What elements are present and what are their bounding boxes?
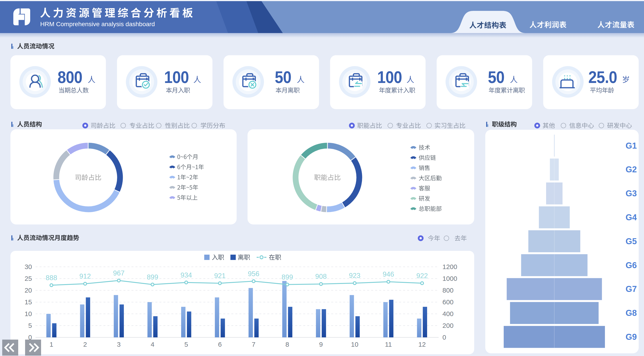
svg-text:934: 934: [180, 271, 192, 279]
svg-text:967: 967: [113, 269, 124, 277]
svg-text:1200: 1200: [442, 263, 457, 270]
svg-text:921: 921: [214, 272, 226, 280]
svg-text:15: 15: [25, 298, 32, 306]
svg-text:922: 922: [416, 272, 428, 280]
svg-text:923: 923: [349, 272, 360, 280]
svg-text:888: 888: [46, 274, 57, 282]
svg-text:1: 1: [50, 341, 53, 348]
svg-text:5: 5: [184, 341, 188, 348]
svg-text:400: 400: [442, 310, 454, 318]
svg-text:30: 30: [25, 263, 32, 270]
svg-text:946: 946: [383, 270, 394, 278]
svg-text:4: 4: [151, 341, 154, 348]
svg-text:200: 200: [442, 322, 454, 329]
svg-text:6: 6: [218, 341, 222, 348]
svg-text:956: 956: [248, 270, 259, 278]
svg-text:600: 600: [442, 298, 454, 306]
svg-text:10: 10: [25, 310, 32, 318]
svg-text:0: 0: [442, 334, 446, 341]
svg-text:5: 5: [28, 322, 32, 329]
svg-text:12: 12: [418, 341, 426, 348]
svg-text:1000: 1000: [442, 275, 457, 282]
svg-text:3: 3: [117, 341, 121, 348]
svg-text:800: 800: [442, 287, 454, 294]
svg-text:7: 7: [252, 341, 256, 348]
svg-text:2: 2: [83, 341, 87, 348]
svg-text:10: 10: [351, 341, 358, 348]
svg-text:8: 8: [286, 341, 289, 348]
svg-text:908: 908: [315, 273, 327, 280]
svg-text:25: 25: [25, 275, 32, 282]
svg-text:912: 912: [80, 272, 91, 280]
svg-text:20: 20: [25, 287, 32, 294]
svg-text:11: 11: [385, 341, 392, 348]
svg-text:899: 899: [147, 273, 158, 281]
svg-text:9: 9: [319, 341, 323, 348]
svg-text:899: 899: [282, 273, 293, 281]
